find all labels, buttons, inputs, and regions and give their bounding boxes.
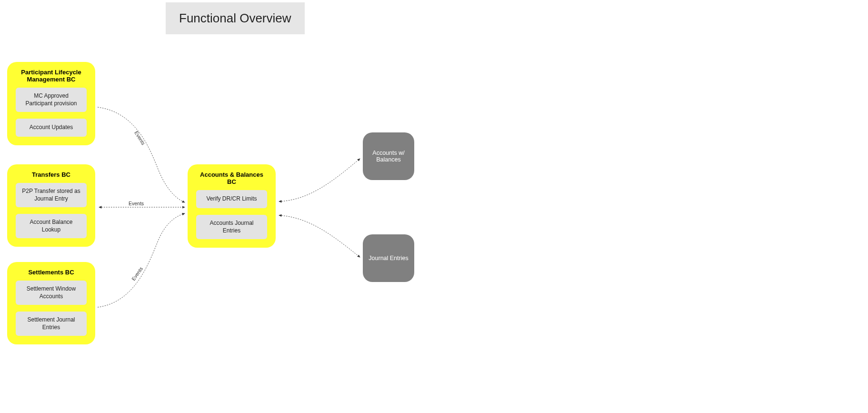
edge-settlements-accounts: [98, 213, 185, 307]
diagram-title-text: Functional Overview: [179, 11, 291, 25]
box-plm: Participant Lifecycle Management BC MC A…: [7, 62, 95, 145]
box-accounts-balances: Accounts w/ Balances: [363, 132, 414, 180]
edge-plm-accounts-label: Events: [133, 130, 146, 146]
box-transfers-card-0: P2P Transfer stored as Journal Entry: [16, 183, 87, 207]
edge-accounts-journal: [279, 215, 360, 257]
diagram-title: Functional Overview: [166, 2, 305, 34]
box-accounts-title: Accounts & Balances BC: [196, 171, 267, 185]
box-transfers-title: Transfers BC: [16, 171, 87, 178]
box-journal-entries-label: Journal Entries: [369, 255, 408, 262]
box-transfers: Transfers BC P2P Transfer stored as Jour…: [7, 164, 95, 247]
box-settlements-title: Settlements BC: [16, 269, 87, 276]
box-plm-card-1: Account Updates: [16, 119, 87, 137]
box-settlements-card-1: Settlement Journal Entries: [16, 312, 87, 336]
box-plm-title: Participant Lifecycle Management BC: [16, 69, 87, 83]
connectors: Events Events Events: [0, 0, 868, 413]
box-accounts-card-1: Accounts Journal Entries: [196, 215, 267, 239]
box-settlements-card-0: Settlement Window Accounts: [16, 281, 87, 305]
box-accounts-card-0: Verify DR/CR Limits: [196, 190, 267, 208]
box-settlements: Settlements BC Settlement Window Account…: [7, 262, 95, 344]
edge-settlements-accounts-label: Events: [130, 266, 144, 282]
box-accounts: Accounts & Balances BC Verify DR/CR Limi…: [188, 164, 276, 248]
box-accounts-balances-label: Accounts w/ Balances: [367, 150, 410, 163]
box-transfers-card-1: Account Balance Lookup: [16, 214, 87, 238]
box-plm-card-0: MC Approved Participant provision: [16, 88, 87, 112]
box-journal-entries: Journal Entries: [363, 234, 414, 282]
edge-transfers-accounts-label: Events: [129, 201, 144, 206]
edge-accounts-balances: [279, 159, 360, 201]
edge-plm-accounts: [98, 107, 185, 202]
